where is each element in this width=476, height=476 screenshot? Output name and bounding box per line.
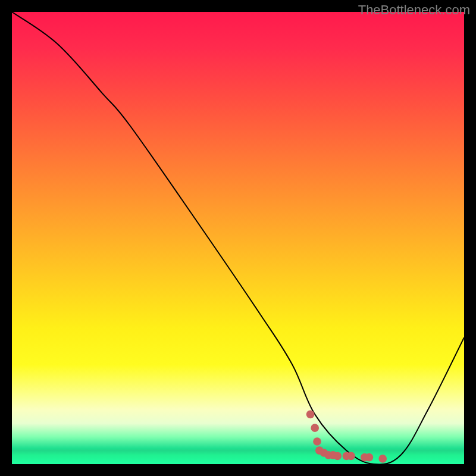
watermark-text: TheBottleneck.com [358, 2, 470, 18]
chart-plot-area [12, 12, 464, 464]
chart-background-gradient [12, 12, 464, 464]
